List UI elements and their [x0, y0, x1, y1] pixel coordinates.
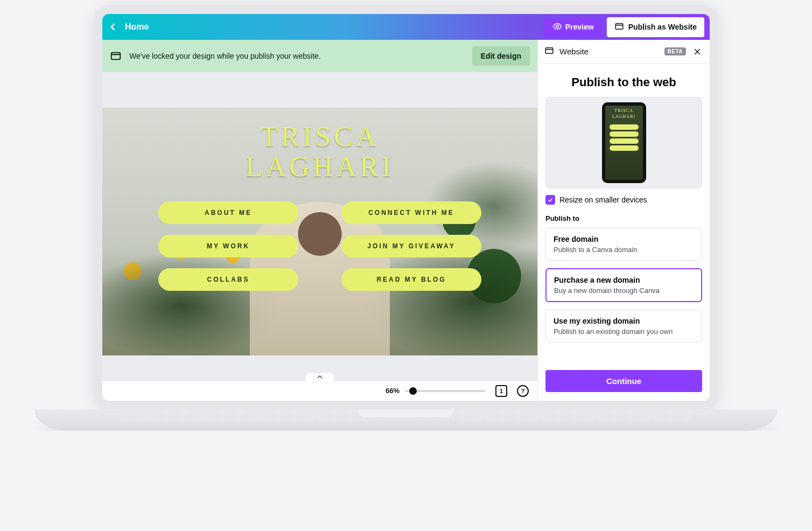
- option-purchase-domain[interactable]: Purchase a new domain Buy a new domain t…: [545, 268, 702, 302]
- nav-giveaway[interactable]: JOIN MY GIVEAWAY: [341, 235, 481, 257]
- option-sub: Buy a new domain through Canva: [554, 287, 694, 295]
- continue-button[interactable]: Continue: [545, 370, 702, 392]
- design-canvas[interactable]: TRISCA LAGHARI ABOUT ME CONNECT WITH ME …: [102, 108, 537, 355]
- zoom-slider-thumb[interactable]: [409, 387, 417, 395]
- resize-checkbox[interactable]: [545, 195, 555, 205]
- help-button[interactable]: ?: [517, 385, 529, 397]
- option-title: Free domain: [554, 235, 694, 243]
- expand-pages-tab[interactable]: [305, 372, 335, 381]
- svg-point-0: [556, 25, 558, 27]
- publish-label: Publish as Website: [628, 23, 697, 31]
- eye-icon: [552, 22, 562, 33]
- panel-header: Website BETA: [538, 40, 710, 64]
- nav-collabs[interactable]: COLLABS: [158, 268, 298, 291]
- nav-connect[interactable]: CONNECT WITH ME: [341, 201, 481, 224]
- back-icon[interactable]: [108, 22, 118, 32]
- mobile-preview: TRISCA LAGHARI: [545, 97, 702, 188]
- locked-notice: We've locked your design while you publi…: [102, 40, 537, 72]
- phone-title1: TRISCA: [614, 109, 633, 113]
- publish-as-website-button[interactable]: Publish as Website: [607, 17, 704, 37]
- option-sub: Publish to an existing domain you own: [554, 327, 694, 336]
- top-bar: Home Preview Publish as Website: [102, 14, 710, 40]
- option-title: Purchase a new domain: [554, 276, 694, 284]
- resize-option[interactable]: Resize on smaller devices: [545, 195, 702, 205]
- zoom-control[interactable]: 66%: [386, 387, 486, 395]
- phone-pill: [610, 138, 639, 144]
- site-title-line1: TRISCA: [246, 122, 394, 152]
- editor-area: We've locked your design while you publi…: [102, 40, 537, 401]
- svg-rect-2: [111, 53, 121, 60]
- nav-about-me[interactable]: ABOUT ME: [158, 201, 298, 224]
- phone-frame: TRISCA LAGHARI: [602, 102, 646, 183]
- publish-to-label: Publish to: [545, 214, 702, 222]
- svg-rect-3: [545, 47, 553, 53]
- beta-badge: BETA: [664, 47, 686, 55]
- notice-text: We've locked your design while you publi…: [129, 52, 321, 60]
- phone-pill: [610, 145, 639, 151]
- home-link[interactable]: Home: [125, 22, 149, 32]
- site-title: TRISCA LAGHARI: [246, 122, 394, 182]
- edit-design-button[interactable]: Edit design: [472, 46, 530, 66]
- svg-rect-1: [615, 23, 623, 29]
- close-icon[interactable]: [691, 46, 703, 58]
- website-lock-icon: [110, 50, 122, 62]
- page-indicator[interactable]: 1: [495, 385, 507, 397]
- resize-label: Resize on smaller devices: [559, 195, 647, 204]
- preview-label: Preview: [565, 23, 594, 31]
- option-existing-domain[interactable]: Use my existing domain Publish to an exi…: [545, 310, 702, 343]
- panel-title: Website: [559, 47, 589, 56]
- option-sub: Publish to a Canva domain: [554, 246, 694, 254]
- phone-pill: [610, 124, 639, 130]
- zoom-value: 66%: [386, 387, 400, 395]
- website-icon: [614, 22, 624, 33]
- phone-pill: [610, 131, 639, 137]
- option-free-domain[interactable]: Free domain Publish to a Canva domain: [545, 228, 702, 261]
- panel-heading: Publish to the web: [545, 75, 702, 89]
- publish-panel: Website BETA Publish to the web TRISCA L…: [537, 40, 710, 401]
- nav-my-work[interactable]: MY WORK: [158, 235, 298, 257]
- phone-title2: LAGHARI: [612, 115, 635, 119]
- website-icon: [544, 46, 554, 58]
- canvas-wrap: TRISCA LAGHARI ABOUT ME CONNECT WITH ME …: [102, 72, 537, 380]
- site-title-line2: LAGHARI: [246, 152, 394, 182]
- nav-blog[interactable]: READ MY BLOG: [341, 268, 481, 291]
- bottom-toolbar: 66% 1 ?: [102, 380, 537, 401]
- nav-grid: ABOUT ME CONNECT WITH ME MY WORK JOIN MY…: [158, 201, 481, 291]
- preview-button[interactable]: Preview: [544, 17, 603, 37]
- option-title: Use my existing domain: [554, 317, 694, 325]
- laptop-base: [34, 409, 778, 431]
- zoom-slider-track[interactable]: [405, 390, 486, 392]
